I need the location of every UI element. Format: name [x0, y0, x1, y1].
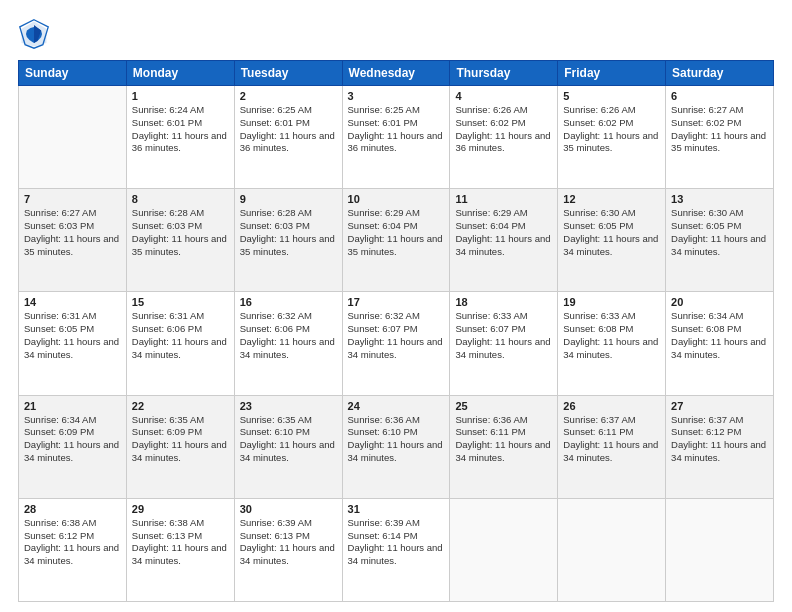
weekday-header-row: SundayMondayTuesdayWednesdayThursdayFrid… [19, 61, 774, 86]
day-info: Sunrise: 6:33 AMSunset: 6:07 PMDaylight:… [455, 310, 552, 361]
day-number: 25 [455, 400, 552, 412]
day-info: Sunrise: 6:32 AMSunset: 6:06 PMDaylight:… [240, 310, 337, 361]
calendar-cell: 27Sunrise: 6:37 AMSunset: 6:12 PMDayligh… [666, 395, 774, 498]
day-number: 20 [671, 296, 768, 308]
calendar-cell: 7Sunrise: 6:27 AMSunset: 6:03 PMDaylight… [19, 189, 127, 292]
day-info: Sunrise: 6:28 AMSunset: 6:03 PMDaylight:… [132, 207, 229, 258]
calendar-week-row: 1Sunrise: 6:24 AMSunset: 6:01 PMDaylight… [19, 86, 774, 189]
day-number: 4 [455, 90, 552, 102]
calendar-cell: 21Sunrise: 6:34 AMSunset: 6:09 PMDayligh… [19, 395, 127, 498]
calendar-cell [666, 498, 774, 601]
day-number: 9 [240, 193, 337, 205]
day-number: 24 [348, 400, 445, 412]
day-number: 30 [240, 503, 337, 515]
day-info: Sunrise: 6:37 AMSunset: 6:11 PMDaylight:… [563, 414, 660, 465]
day-number: 16 [240, 296, 337, 308]
day-number: 27 [671, 400, 768, 412]
calendar-cell: 1Sunrise: 6:24 AMSunset: 6:01 PMDaylight… [126, 86, 234, 189]
day-info: Sunrise: 6:27 AMSunset: 6:03 PMDaylight:… [24, 207, 121, 258]
calendar-cell: 11Sunrise: 6:29 AMSunset: 6:04 PMDayligh… [450, 189, 558, 292]
day-info: Sunrise: 6:27 AMSunset: 6:02 PMDaylight:… [671, 104, 768, 155]
calendar-week-row: 21Sunrise: 6:34 AMSunset: 6:09 PMDayligh… [19, 395, 774, 498]
calendar-cell: 5Sunrise: 6:26 AMSunset: 6:02 PMDaylight… [558, 86, 666, 189]
calendar-cell: 31Sunrise: 6:39 AMSunset: 6:14 PMDayligh… [342, 498, 450, 601]
day-number: 18 [455, 296, 552, 308]
day-number: 2 [240, 90, 337, 102]
day-number: 12 [563, 193, 660, 205]
calendar-cell: 2Sunrise: 6:25 AMSunset: 6:01 PMDaylight… [234, 86, 342, 189]
weekday-header-sunday: Sunday [19, 61, 127, 86]
day-number: 28 [24, 503, 121, 515]
day-info: Sunrise: 6:39 AMSunset: 6:14 PMDaylight:… [348, 517, 445, 568]
day-info: Sunrise: 6:38 AMSunset: 6:13 PMDaylight:… [132, 517, 229, 568]
day-number: 14 [24, 296, 121, 308]
day-info: Sunrise: 6:33 AMSunset: 6:08 PMDaylight:… [563, 310, 660, 361]
calendar-cell: 3Sunrise: 6:25 AMSunset: 6:01 PMDaylight… [342, 86, 450, 189]
calendar-cell: 28Sunrise: 6:38 AMSunset: 6:12 PMDayligh… [19, 498, 127, 601]
day-info: Sunrise: 6:38 AMSunset: 6:12 PMDaylight:… [24, 517, 121, 568]
header [18, 18, 774, 50]
weekday-header-monday: Monday [126, 61, 234, 86]
calendar-cell: 18Sunrise: 6:33 AMSunset: 6:07 PMDayligh… [450, 292, 558, 395]
day-number: 21 [24, 400, 121, 412]
calendar-cell: 10Sunrise: 6:29 AMSunset: 6:04 PMDayligh… [342, 189, 450, 292]
day-number: 31 [348, 503, 445, 515]
day-info: Sunrise: 6:34 AMSunset: 6:08 PMDaylight:… [671, 310, 768, 361]
calendar-week-row: 28Sunrise: 6:38 AMSunset: 6:12 PMDayligh… [19, 498, 774, 601]
day-info: Sunrise: 6:31 AMSunset: 6:05 PMDaylight:… [24, 310, 121, 361]
calendar-table: SundayMondayTuesdayWednesdayThursdayFrid… [18, 60, 774, 602]
day-number: 17 [348, 296, 445, 308]
weekday-header-tuesday: Tuesday [234, 61, 342, 86]
day-number: 1 [132, 90, 229, 102]
calendar-cell [558, 498, 666, 601]
page: SundayMondayTuesdayWednesdayThursdayFrid… [0, 0, 792, 612]
calendar-cell: 16Sunrise: 6:32 AMSunset: 6:06 PMDayligh… [234, 292, 342, 395]
day-number: 26 [563, 400, 660, 412]
calendar-cell: 23Sunrise: 6:35 AMSunset: 6:10 PMDayligh… [234, 395, 342, 498]
day-number: 7 [24, 193, 121, 205]
calendar-cell: 15Sunrise: 6:31 AMSunset: 6:06 PMDayligh… [126, 292, 234, 395]
calendar-cell: 24Sunrise: 6:36 AMSunset: 6:10 PMDayligh… [342, 395, 450, 498]
day-info: Sunrise: 6:37 AMSunset: 6:12 PMDaylight:… [671, 414, 768, 465]
day-number: 10 [348, 193, 445, 205]
calendar-cell: 29Sunrise: 6:38 AMSunset: 6:13 PMDayligh… [126, 498, 234, 601]
day-number: 23 [240, 400, 337, 412]
calendar-cell: 22Sunrise: 6:35 AMSunset: 6:09 PMDayligh… [126, 395, 234, 498]
logo-icon [18, 18, 50, 50]
day-info: Sunrise: 6:26 AMSunset: 6:02 PMDaylight:… [455, 104, 552, 155]
calendar-cell: 12Sunrise: 6:30 AMSunset: 6:05 PMDayligh… [558, 189, 666, 292]
weekday-header-saturday: Saturday [666, 61, 774, 86]
calendar-cell: 9Sunrise: 6:28 AMSunset: 6:03 PMDaylight… [234, 189, 342, 292]
day-info: Sunrise: 6:31 AMSunset: 6:06 PMDaylight:… [132, 310, 229, 361]
calendar-cell: 13Sunrise: 6:30 AMSunset: 6:05 PMDayligh… [666, 189, 774, 292]
logo [18, 18, 54, 50]
day-number: 6 [671, 90, 768, 102]
calendar-week-row: 7Sunrise: 6:27 AMSunset: 6:03 PMDaylight… [19, 189, 774, 292]
day-number: 11 [455, 193, 552, 205]
calendar-cell: 6Sunrise: 6:27 AMSunset: 6:02 PMDaylight… [666, 86, 774, 189]
calendar-cell [450, 498, 558, 601]
day-info: Sunrise: 6:26 AMSunset: 6:02 PMDaylight:… [563, 104, 660, 155]
calendar-cell: 19Sunrise: 6:33 AMSunset: 6:08 PMDayligh… [558, 292, 666, 395]
weekday-header-thursday: Thursday [450, 61, 558, 86]
day-info: Sunrise: 6:29 AMSunset: 6:04 PMDaylight:… [455, 207, 552, 258]
day-info: Sunrise: 6:36 AMSunset: 6:11 PMDaylight:… [455, 414, 552, 465]
day-number: 8 [132, 193, 229, 205]
calendar-cell: 17Sunrise: 6:32 AMSunset: 6:07 PMDayligh… [342, 292, 450, 395]
calendar-week-row: 14Sunrise: 6:31 AMSunset: 6:05 PMDayligh… [19, 292, 774, 395]
day-number: 3 [348, 90, 445, 102]
calendar-cell: 14Sunrise: 6:31 AMSunset: 6:05 PMDayligh… [19, 292, 127, 395]
calendar-cell [19, 86, 127, 189]
day-number: 19 [563, 296, 660, 308]
day-info: Sunrise: 6:32 AMSunset: 6:07 PMDaylight:… [348, 310, 445, 361]
calendar-cell: 25Sunrise: 6:36 AMSunset: 6:11 PMDayligh… [450, 395, 558, 498]
day-info: Sunrise: 6:30 AMSunset: 6:05 PMDaylight:… [563, 207, 660, 258]
day-number: 15 [132, 296, 229, 308]
weekday-header-friday: Friday [558, 61, 666, 86]
day-info: Sunrise: 6:35 AMSunset: 6:10 PMDaylight:… [240, 414, 337, 465]
day-number: 5 [563, 90, 660, 102]
day-number: 29 [132, 503, 229, 515]
day-info: Sunrise: 6:29 AMSunset: 6:04 PMDaylight:… [348, 207, 445, 258]
day-info: Sunrise: 6:39 AMSunset: 6:13 PMDaylight:… [240, 517, 337, 568]
calendar-cell: 4Sunrise: 6:26 AMSunset: 6:02 PMDaylight… [450, 86, 558, 189]
